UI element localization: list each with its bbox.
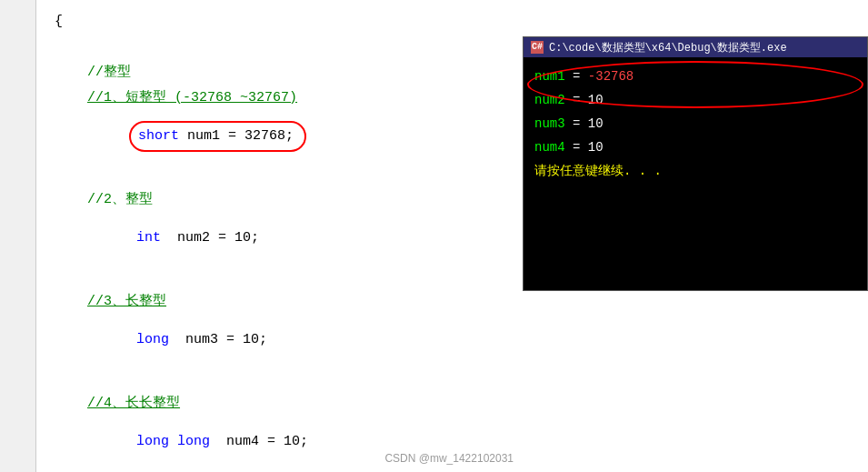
comment-longlong: //4、长长整型: [55, 391, 180, 417]
t-label-num2: num2: [534, 88, 565, 112]
t-val-num1: -32768: [588, 65, 634, 88]
code-line-long: long num3 = 10;: [55, 315, 859, 366]
code-line: [55, 366, 859, 391]
keyword-short: short: [138, 124, 179, 149]
terminal-titlebar: C# C:\code\数据类型\x64\Debug\数据类型.exe: [524, 37, 867, 57]
var-num1: num1 = 32768;: [179, 124, 294, 149]
code-line: {: [55, 9, 859, 35]
t-label-num3: num3: [534, 112, 565, 136]
comment-int: //2、整型: [55, 187, 153, 213]
editor-area: − { //整型 //1、短整型 (-32768 ~32767) short n…: [0, 0, 868, 472]
t-label-num1: num1: [534, 65, 565, 88]
terminal-line-prompt: 请按任意键继续. . .: [534, 159, 856, 183]
t-op-num4: =: [565, 136, 588, 159]
line-numbers: [0, 0, 36, 472]
comment-short-int: //1、短整型 (-32768 ~32767): [55, 85, 297, 111]
keyword-long3: long: [177, 429, 210, 455]
terminal-line-num2: num2 = 10: [534, 88, 856, 112]
code-line: //3、长整型: [55, 289, 859, 315]
keyword-long: long: [136, 327, 169, 353]
var-num2: num2 = 10;: [161, 226, 259, 251]
brace-open: {: [55, 9, 63, 35]
keyword-int: int: [136, 226, 161, 251]
terminal-icon: C#: [531, 41, 544, 54]
short-num1-oval: short num1 = 32768;: [129, 121, 306, 152]
var-num3: num3 = 10;: [169, 327, 267, 353]
code-line: [55, 467, 859, 472]
terminal-body: num1 = -32768 num2 = 10 num3 = 10 num4 =: [524, 57, 867, 190]
comment-text: //整型: [55, 60, 131, 85]
terminal-line-num1: num1 = -32768: [534, 65, 856, 88]
comment-long: //3、长整型: [55, 289, 166, 315]
terminal-window: C# C:\code\数据类型\x64\Debug\数据类型.exe num1 …: [523, 36, 868, 291]
t-val-num3: 10: [588, 112, 604, 136]
t-val-num2: 10: [588, 88, 604, 112]
var-num4: num4 = 10;: [210, 429, 308, 455]
t-prompt-text: 请按任意键继续. . .: [534, 159, 662, 183]
code-line: //4、长长整型: [55, 391, 859, 417]
t-label-num4: num4: [534, 136, 565, 159]
keyword-long2: long: [136, 429, 169, 455]
terminal-line-num4: num4 = 10: [534, 136, 856, 159]
t-val-num4: 10: [588, 136, 604, 159]
terminal-line-num3: num3 = 10: [534, 112, 856, 136]
terminal-title: C:\code\数据类型\x64\Debug\数据类型.exe: [549, 40, 787, 55]
t-op-num1: =: [565, 65, 588, 88]
t-op-num2: =: [565, 88, 588, 112]
terminal-lines: num1 = -32768 num2 = 10: [534, 65, 856, 112]
space1: [169, 429, 177, 455]
watermark: CSDN @mw_1422102031: [384, 452, 514, 465]
t-op-num3: =: [565, 112, 588, 136]
